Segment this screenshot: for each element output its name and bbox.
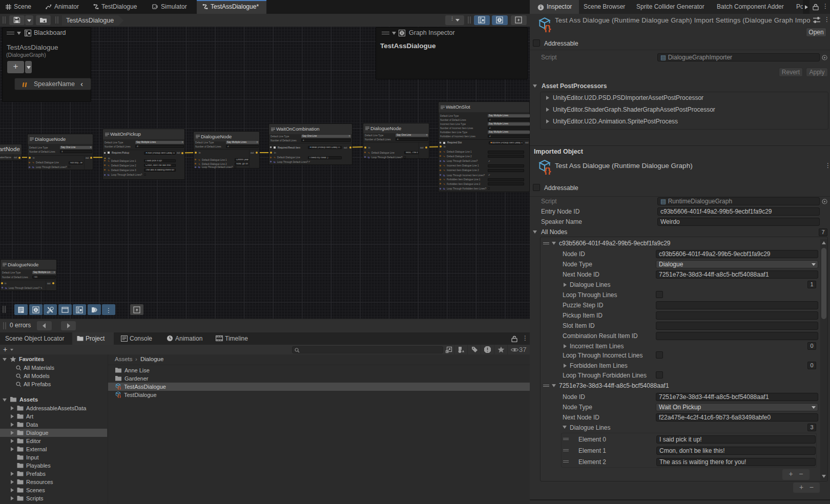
svg-text:{}: {} [117,394,121,398]
svg-text:{}: {} [544,24,551,32]
svg-text:{}: {} [544,166,551,175]
svg-text:{}: {} [117,386,121,390]
